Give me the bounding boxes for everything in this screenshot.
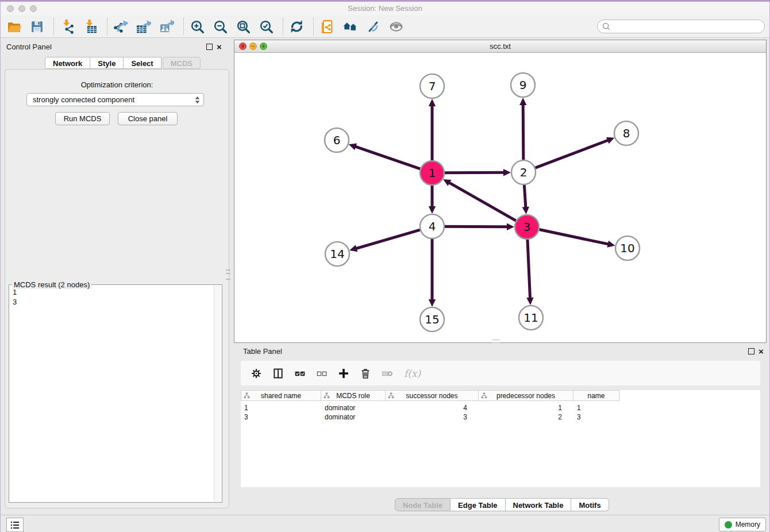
graph-node-label-6: 6 [333, 133, 341, 147]
zoom-in-icon[interactable] [190, 19, 205, 34]
control-panel-title: Control Panel [6, 43, 52, 51]
panel-splitter-grip[interactable] [226, 269, 230, 280]
table-panel-float-icon[interactable] [748, 348, 754, 354]
cell-successor-nodes[interactable]: 3 [386, 413, 479, 421]
graph-node-label-8: 8 [623, 126, 630, 140]
column-header-predecessor-nodes[interactable]: predecessor nodes [479, 390, 573, 401]
network-graph[interactable]: 1234678910111415 [234, 53, 766, 342]
graph-edge-arrowhead [349, 245, 357, 252]
export-network-icon[interactable] [113, 19, 129, 34]
tab-select[interactable]: Select [124, 57, 161, 69]
zoom-fit-icon[interactable] [236, 19, 251, 34]
network-window-titlebar[interactable]: × − + scc.txt [234, 40, 766, 53]
cell-mcds-role[interactable]: dominator [321, 404, 386, 412]
graph-edge-4-14[interactable] [356, 230, 420, 249]
graph-edge-arrowhead [522, 207, 529, 214]
search-box[interactable] [597, 20, 765, 33]
cell-name[interactable]: 3 [573, 413, 619, 421]
graph-edge-3-11[interactable] [528, 240, 530, 299]
column-header-mcds-role[interactable]: MCDS role [321, 390, 386, 401]
horizontal-splitter-grip[interactable] [492, 340, 500, 343]
table-row[interactable]: 3 dominator 3 2 3 [241, 413, 760, 422]
graph-edge-arrowhead [526, 298, 533, 305]
tab-style[interactable]: Style [90, 57, 124, 69]
task-history-button[interactable] [6, 518, 24, 532]
mcds-result-box[interactable]: MCDS result (2 nodes) 1 3 [9, 284, 222, 503]
tab-motifs[interactable]: Motifs [571, 498, 609, 511]
tab-mcds[interactable]: MCDS [163, 57, 201, 69]
table-header-row: shared name MCDS role successor nodes pr… [241, 390, 760, 401]
mcds-panel: Optimization criterion: strongly connect… [5, 69, 229, 508]
birds-eye-view-icon[interactable] [388, 19, 404, 34]
cell-predecessor-nodes[interactable]: 2 [479, 413, 573, 421]
unselect-all-columns-icon[interactable] [315, 367, 328, 380]
memory-button[interactable]: Memory [719, 518, 766, 531]
delete-rows-icon[interactable] [359, 367, 372, 380]
list-icon [9, 519, 21, 531]
table-row[interactable]: 1 dominator 4 1 1 [241, 403, 760, 413]
show-hide-details-icon[interactable] [365, 19, 381, 34]
tab-node-table[interactable]: Node Table [395, 498, 451, 511]
column-header-successor-nodes[interactable]: successor nodes [386, 390, 479, 401]
control-panel-close-icon[interactable]: × [217, 44, 222, 50]
tab-network[interactable]: Network [45, 57, 90, 69]
graph-edge-arrowhead [349, 144, 357, 151]
optimization-criterion-label: Optimization criterion: [5, 80, 229, 89]
search-input[interactable] [614, 22, 764, 32]
result-scrollbar[interactable] [214, 286, 221, 502]
graph-edge-2-3[interactable] [524, 185, 526, 208]
export-table-icon[interactable] [136, 19, 152, 34]
column-type-icon [324, 392, 330, 399]
cell-shared-name[interactable]: 1 [241, 404, 321, 412]
select-all-columns-icon[interactable] [294, 367, 306, 380]
graph-node-label-11: 11 [523, 311, 538, 325]
graph-edge-4-3[interactable] [445, 226, 508, 227]
column-type-icon [481, 392, 487, 399]
column-settings-icon[interactable] [250, 367, 263, 380]
session-title: Session: New Session [1, 4, 769, 13]
cell-name[interactable]: 1 [573, 404, 619, 412]
cell-mcds-role[interactable]: dominator [321, 413, 386, 421]
import-network-icon[interactable] [60, 19, 75, 34]
cell-predecessor-nodes[interactable]: 1 [479, 404, 573, 412]
apply-layout-icon[interactable] [289, 19, 305, 34]
graph-node-label-7: 7 [429, 79, 436, 93]
open-session-icon[interactable] [6, 19, 22, 34]
column-type-icon [388, 392, 394, 399]
show-columns-icon[interactable] [272, 367, 284, 380]
graph-node-label-14: 14 [330, 247, 344, 261]
graph-edge-arrowhead [607, 241, 615, 248]
network-canvas[interactable]: 1234678910111415 [234, 53, 766, 342]
graph-edge-3-10[interactable] [540, 230, 609, 245]
graph-node-label-4: 4 [429, 219, 436, 233]
tab-edge-table[interactable]: Edge Table [451, 498, 505, 511]
graph-edge-2-8[interactable] [536, 140, 609, 168]
graph-edge-2-9[interactable] [523, 104, 523, 160]
close-panel-button[interactable]: Close panel [118, 112, 178, 125]
network-window-title: scc.txt [234, 42, 766, 51]
control-panel-float-icon[interactable] [206, 44, 213, 50]
tab-network-table[interactable]: Network Table [506, 498, 572, 511]
add-column-icon[interactable] [337, 367, 350, 380]
zoom-selected-icon[interactable] [259, 19, 274, 34]
cell-successor-nodes[interactable]: 4 [386, 404, 479, 412]
search-icon [602, 22, 611, 32]
save-session-icon[interactable] [29, 19, 45, 34]
import-table-icon[interactable] [83, 19, 98, 34]
graph-edge-1-2[interactable] [445, 172, 505, 173]
result-line: 3 [9, 297, 222, 307]
graph-edge-1-6[interactable] [355, 147, 420, 169]
column-header-shared-name[interactable]: shared name [241, 390, 321, 401]
new-network-icon[interactable] [319, 19, 335, 34]
run-mcds-button[interactable]: Run MCDS [55, 112, 110, 125]
export-image-icon[interactable] [159, 19, 175, 34]
graph-edge-arrowhead [429, 299, 436, 307]
memory-status-dot [725, 521, 732, 529]
table-panel-close-icon[interactable]: × [759, 348, 764, 354]
column-header-name[interactable]: name [573, 390, 619, 401]
graph-edge-3-1[interactable] [449, 182, 516, 221]
zoom-out-icon[interactable] [213, 19, 228, 34]
cell-shared-name[interactable]: 3 [241, 413, 321, 421]
optimization-criterion-select[interactable]: strongly connected component [26, 93, 204, 106]
first-neighbors-icon[interactable] [342, 19, 358, 34]
